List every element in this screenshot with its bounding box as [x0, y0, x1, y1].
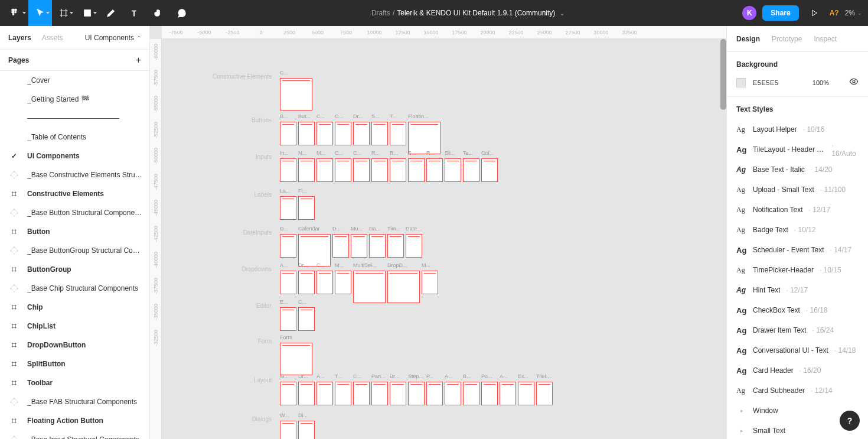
- page-row[interactable]: _Base FAB Structural Components: [0, 392, 149, 411]
- canvas-frame[interactable]: Dr...: [298, 262, 315, 303]
- text-style-row[interactable]: AgConversational UI - Text · 14/18: [727, 340, 868, 360]
- canvas-frame[interactable]: Dr...: [353, 113, 370, 154]
- frame-tool-button[interactable]: [52, 0, 76, 26]
- canvas-frame[interactable]: M...: [280, 373, 296, 405]
- page-row[interactable]: _Base Input Structural Components: [0, 430, 149, 439]
- page-selector-dropdown[interactable]: UI Components ⌄: [85, 34, 141, 42]
- file-menu-chevron-icon[interactable]: ⌄: [560, 10, 564, 17]
- canvas-frame[interactable]: C...: [335, 150, 351, 182]
- frame-thumbnail[interactable]: [463, 158, 479, 182]
- frame-thumbnail[interactable]: [280, 307, 296, 331]
- canvas-frame[interactable]: E...: [280, 299, 296, 331]
- frame-thumbnail[interactable]: [387, 234, 404, 258]
- text-style-row[interactable]: AgDrawer Item Text · 16/24: [727, 320, 868, 340]
- frame-thumbnail[interactable]: [280, 271, 296, 294]
- vertical-scrollbar[interactable]: [720, 39, 726, 110]
- frame-thumbnail[interactable]: [351, 234, 367, 258]
- canvas-frame[interactable]: C...: [335, 113, 351, 154]
- canvas-frame[interactable]: C...: [280, 70, 312, 110]
- frame-thumbnail[interactable]: [298, 307, 315, 331]
- frame-thumbnail[interactable]: [390, 158, 406, 182]
- color-swatch[interactable]: [736, 78, 746, 87]
- frame-thumbnail[interactable]: [518, 382, 534, 405]
- shape-tool-button[interactable]: [76, 0, 99, 26]
- text-style-row[interactable]: AgTileLayout - Header Text · 16/Auto: [727, 139, 868, 160]
- page-row[interactable]: _Table of Contents: [0, 128, 149, 147]
- frame-thumbnail[interactable]: [316, 271, 333, 294]
- frame-thumbnail[interactable]: [280, 421, 296, 439]
- canvas-frame[interactable]: Dr...: [298, 373, 315, 405]
- text-tool-button[interactable]: T: [123, 0, 146, 26]
- page-row[interactable]: Chip: [0, 298, 149, 317]
- frame-thumbnail[interactable]: [353, 382, 370, 405]
- frame-thumbnail[interactable]: [426, 158, 443, 182]
- frame-thumbnail[interactable]: [408, 382, 425, 405]
- canvas-frame[interactable]: C...: [316, 113, 333, 154]
- hand-tool-button[interactable]: [146, 0, 170, 26]
- assets-tab[interactable]: Assets: [42, 34, 63, 42]
- frame-thumbnail[interactable]: [408, 122, 440, 154]
- file-breadcrumb[interactable]: Drafts / Telerik & KENDO UI Kit Default …: [194, 9, 742, 17]
- page-row[interactable]: UI Components: [0, 147, 149, 165]
- canvas-frame[interactable]: Fl...: [298, 188, 315, 220]
- canvas-frame[interactable]: M...: [335, 262, 351, 303]
- canvas-frame[interactable]: C...: [353, 150, 370, 182]
- canvas-frame[interactable]: Po...: [481, 373, 498, 405]
- present-button[interactable]: [805, 4, 824, 22]
- text-style-row[interactable]: AgLayout Helper · 10/16: [727, 119, 868, 139]
- zoom-dropdown[interactable]: 2% ⌄: [845, 9, 862, 17]
- frame-thumbnail[interactable]: [387, 271, 420, 303]
- page-row[interactable]: ButtonGroup: [0, 260, 149, 279]
- canvas-frame[interactable]: N...: [298, 150, 315, 182]
- text-style-row[interactable]: AgTimePicker-Header · 10/15: [727, 260, 868, 280]
- frame-thumbnail[interactable]: [298, 122, 315, 145]
- frame-thumbnail[interactable]: [280, 122, 296, 145]
- move-tool-button[interactable]: [28, 0, 52, 26]
- canvas-frame[interactable]: In...: [280, 150, 296, 182]
- canvas-frame[interactable]: Form: [280, 334, 312, 375]
- frame-thumbnail[interactable]: [298, 234, 331, 266]
- design-tab[interactable]: Design: [736, 35, 760, 43]
- help-button[interactable]: ?: [840, 411, 860, 431]
- canvas-frame[interactable]: Mu...: [351, 226, 367, 266]
- canvas-frame[interactable]: T...: [390, 113, 406, 154]
- page-row[interactable]: _Base ButtonGroup Structural Compo...: [0, 241, 149, 260]
- canvas-frame[interactable]: Da...: [369, 226, 386, 266]
- frame-thumbnail[interactable]: [280, 78, 312, 110]
- page-row[interactable]: Button: [0, 222, 149, 241]
- canvas-frame[interactable]: Date...: [406, 226, 422, 266]
- canvas-frame[interactable]: Br...: [390, 373, 406, 405]
- text-style-row[interactable]: AgBadge Text · 10/12: [727, 220, 868, 240]
- comment-tool-button[interactable]: [170, 0, 194, 26]
- share-button[interactable]: Share: [762, 5, 798, 21]
- canvas-frame[interactable]: B...: [280, 113, 296, 154]
- frame-thumbnail[interactable]: [298, 271, 315, 294]
- page-row[interactable]: _Base Chip Structural Components: [0, 279, 149, 298]
- canvas-frame[interactable]: TileL...: [536, 373, 553, 405]
- frame-thumbnail[interactable]: [316, 158, 333, 182]
- canvas-frame[interactable]: Calendar: [298, 226, 331, 266]
- page-row[interactable]: Floating Action Button: [0, 411, 149, 430]
- frame-thumbnail[interactable]: [371, 382, 388, 405]
- frame-thumbnail[interactable]: [280, 382, 296, 405]
- canvas-frame[interactable]: Pan...: [371, 373, 388, 405]
- canvas-frame[interactable]: M...: [422, 262, 438, 303]
- canvas-frame[interactable]: MultiSel...: [353, 262, 386, 303]
- canvas-frame[interactable]: T...: [335, 373, 351, 405]
- text-style-row[interactable]: AgNotification Text · 12/17: [727, 200, 868, 220]
- frame-thumbnail[interactable]: [335, 158, 351, 182]
- canvas-frame[interactable]: A...: [316, 373, 333, 405]
- canvas-frame[interactable]: Sli...: [445, 150, 461, 182]
- frame-thumbnail[interactable]: [280, 196, 296, 220]
- prototype-tab[interactable]: Prototype: [772, 35, 802, 43]
- page-row[interactable]: _Base Constructive Elements Structu...: [0, 165, 149, 184]
- frame-thumbnail[interactable]: [463, 382, 479, 405]
- canvas-frame[interactable]: Step...: [408, 373, 425, 405]
- frame-thumbnail[interactable]: [371, 158, 388, 182]
- canvas-frame[interactable]: S...: [371, 113, 388, 154]
- frame-thumbnail[interactable]: [298, 421, 315, 439]
- canvas-frame[interactable]: R...: [426, 150, 443, 182]
- text-style-row[interactable]: AgBase Text - Italic · 14/20: [727, 160, 868, 180]
- frame-thumbnail[interactable]: [280, 234, 296, 258]
- frame-thumbnail[interactable]: [280, 158, 296, 182]
